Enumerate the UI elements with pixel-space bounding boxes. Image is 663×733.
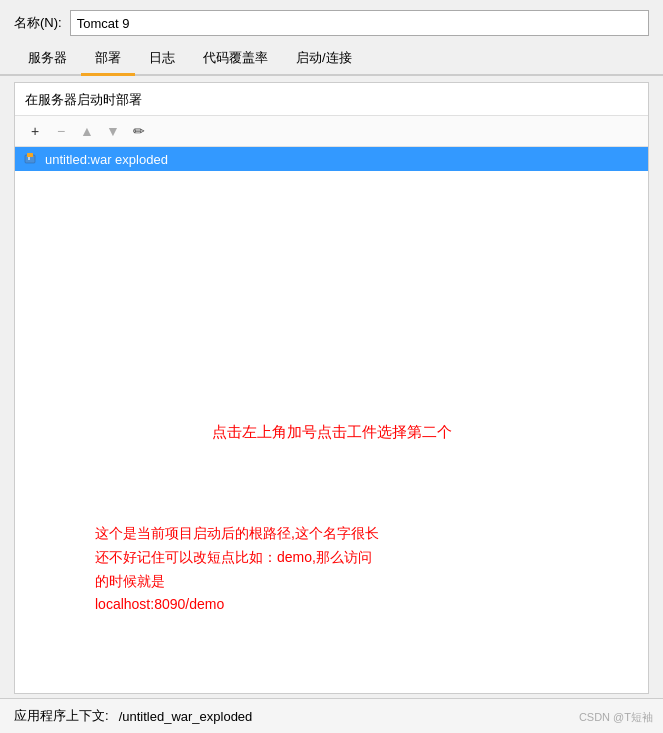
annotation-url: localhost:8090/demo [95,596,224,612]
down-button[interactable]: ▼ [101,120,125,142]
tab-deploy[interactable]: 部署 [81,44,135,76]
name-label: 名称(N): [14,14,62,32]
bottom-bar-label: 应用程序上下文: [14,707,109,725]
annotation-bottom: 这个是当前项目启动后的根路径,这个名字很长 还不好记住可以改短点比如：demo,… [95,522,379,617]
war-exploded-icon [23,151,39,167]
up-button[interactable]: ▲ [75,120,99,142]
list-area: untitled:war exploded [15,147,648,347]
tab-server[interactable]: 服务器 [14,44,81,76]
content-area: 在服务器启动时部署 + − ▲ ▼ ✏ untitled:war explo [14,82,649,694]
tabs-row: 服务器 部署 日志 代码覆盖率 启动/连接 [0,44,663,76]
tab-coverage[interactable]: 代码覆盖率 [189,44,282,76]
svg-rect-1 [27,153,33,157]
annotation-area: 点击左上角加号点击工件选择第二个 这个是当前项目启动后的根路径,这个名字很长 还… [15,347,648,693]
bottom-bar: 应用程序上下文: /untitled_war_exploded [0,698,663,733]
edit-button[interactable]: ✏ [127,120,151,142]
watermark: CSDN @T短袖 [579,710,653,725]
name-row: 名称(N): [0,0,663,44]
toolbar: + − ▲ ▼ ✏ [15,116,648,147]
name-input[interactable] [70,10,649,36]
annotation-top: 点击左上角加号点击工件选择第二个 [212,423,452,442]
bottom-bar-value: /untitled_war_exploded [119,709,649,724]
dialog-container: 名称(N): 服务器 部署 日志 代码覆盖率 启动/连接 在服务器启动时部署 +… [0,0,663,733]
list-item-label: untitled:war exploded [45,152,168,167]
tab-log[interactable]: 日志 [135,44,189,76]
section-label: 在服务器启动时部署 [15,83,648,116]
remove-button[interactable]: − [49,120,73,142]
svg-rect-2 [28,157,30,160]
tab-startup[interactable]: 启动/连接 [282,44,366,76]
list-item[interactable]: untitled:war exploded [15,147,648,171]
add-button[interactable]: + [23,120,47,142]
